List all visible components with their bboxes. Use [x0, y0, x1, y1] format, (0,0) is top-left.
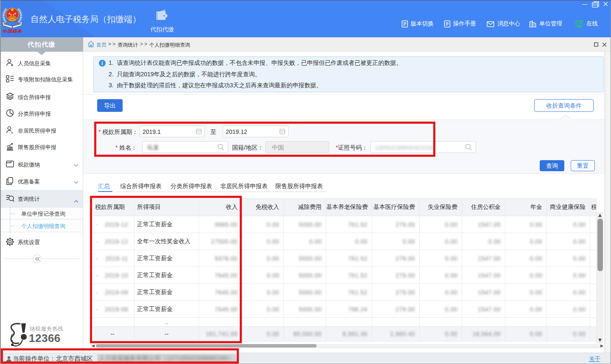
svg-text:中国税务: 中国税务: [3, 29, 23, 33]
